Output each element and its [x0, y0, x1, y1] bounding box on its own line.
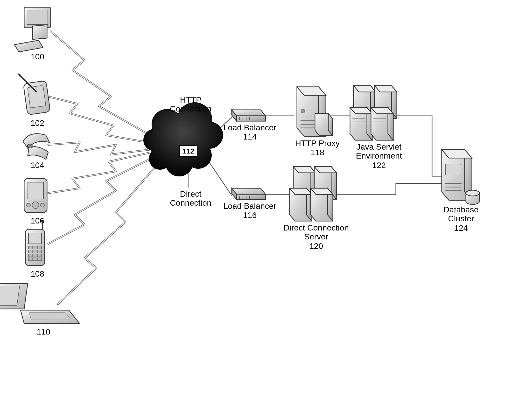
flip-phone-icon [23, 134, 49, 159]
svg-rect-9 [33, 25, 47, 39]
svg-rect-8 [27, 10, 48, 25]
laptop-ref: 110 [29, 327, 58, 336]
laptop-ref-label: 110 [29, 327, 58, 336]
svg-rect-26 [33, 250, 37, 253]
svg-point-68 [466, 190, 479, 196]
phone-ref: 108 [23, 269, 52, 279]
pda-ref: 106 [23, 216, 52, 225]
load-balancer-top-icon [232, 110, 266, 121]
servlet-ref: 122 [348, 161, 410, 170]
diagram-stage: 112 100 102 104 106 108 110 HTTP Connect… [0, 0, 532, 398]
cloud-ref: 112 [182, 147, 194, 155]
db-ref: 124 [432, 223, 490, 233]
lb-bottom-label: Load Balancer [218, 202, 281, 210]
direct-connection-text: Direct Connection [167, 189, 215, 208]
desktop-ref-label: 100 [23, 52, 52, 61]
mobile-phone-icon [25, 220, 45, 265]
http-connection-text: HTTP Connection [167, 95, 215, 113]
svg-point-18 [27, 203, 30, 207]
direct-server-caption: Direct Connection Server 120 [278, 223, 355, 251]
svg-rect-29 [33, 254, 37, 257]
http-proxy-ref: 118 [288, 148, 346, 157]
db-label: Database Cluster [432, 205, 490, 223]
flip-ref: 104 [23, 161, 52, 170]
http-proxy-icon [297, 87, 333, 136]
svg-point-19 [41, 203, 44, 207]
svg-rect-31 [28, 258, 32, 261]
svg-rect-36 [0, 286, 20, 305]
svg-rect-30 [38, 254, 42, 257]
cloud-ref-badge: 112 [179, 145, 197, 157]
pda-icon [24, 179, 47, 212]
http-proxy-label: HTTP Proxy [288, 139, 346, 148]
svg-rect-21 [28, 233, 42, 244]
pda-ref-label: 106 [23, 216, 52, 225]
svg-rect-27 [38, 250, 42, 253]
svg-rect-16 [28, 182, 43, 199]
desktop-icon [14, 7, 51, 52]
tablet-icon [18, 73, 50, 115]
svg-rect-22 [28, 246, 32, 249]
servlet-label: Java Servlet Environment [348, 142, 410, 161]
tablet-ref-label: 102 [23, 118, 52, 128]
direct-server-icon [290, 167, 336, 221]
direct-server-label: Direct Connection Server [278, 223, 355, 241]
svg-rect-11 [28, 85, 46, 108]
svg-rect-32 [33, 258, 37, 261]
phone-ref-label: 108 [23, 269, 52, 279]
svg-rect-66 [445, 164, 461, 175]
svg-rect-24 [38, 246, 42, 249]
connection-lines [0, 0, 532, 398]
lb-top-ref: 114 [218, 132, 281, 141]
svg-rect-28 [28, 254, 32, 257]
http-proxy-caption: HTTP Proxy 118 [288, 139, 346, 157]
database-cluster-icon [442, 150, 479, 204]
lb-bottom-caption: Load Balancer 116 [218, 202, 281, 220]
tablet-ref: 102 [23, 118, 52, 128]
lb-top-caption: Load Balancer 114 [218, 123, 281, 141]
svg-point-17 [32, 202, 39, 209]
direct-connection-label: Direct Connection [167, 189, 215, 208]
svg-point-50 [301, 109, 305, 113]
flip-ref-label: 104 [23, 161, 52, 170]
http-connection-label: HTTP Connection [167, 95, 215, 113]
db-caption: Database Cluster 124 [432, 205, 490, 233]
servlet-caption: Java Servlet Environment 122 [348, 142, 410, 170]
svg-rect-25 [28, 250, 32, 253]
lb-bottom-ref: 116 [218, 210, 281, 220]
load-balancer-bottom-icon [232, 188, 266, 200]
servlet-env-icon [350, 86, 397, 140]
laptop-icon [0, 284, 80, 323]
desktop-ref: 100 [23, 52, 52, 61]
direct-server-ref: 120 [278, 241, 355, 251]
lb-top-label: Load Balancer [218, 123, 281, 132]
svg-point-14 [27, 144, 33, 148]
svg-rect-33 [38, 258, 42, 261]
svg-rect-23 [33, 246, 37, 249]
